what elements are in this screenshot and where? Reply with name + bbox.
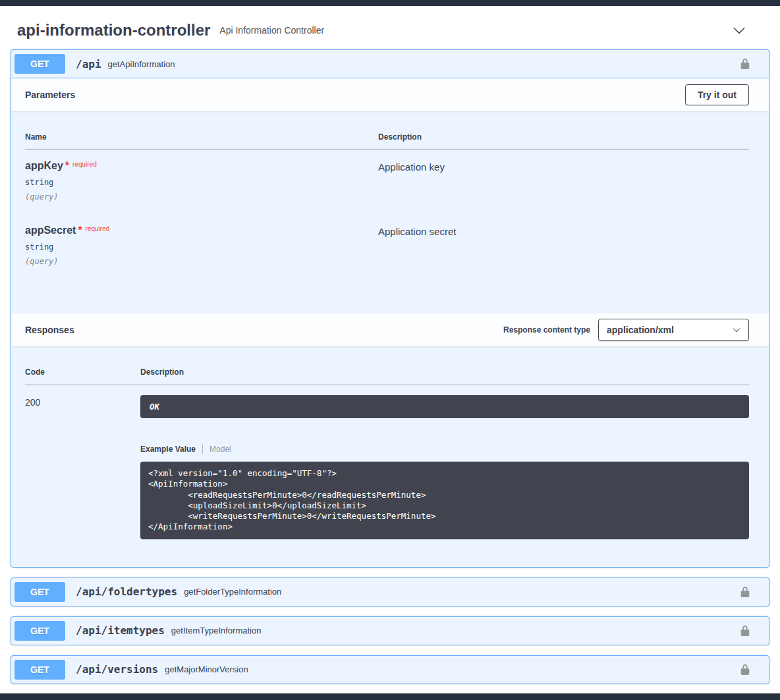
- method-badge: GET: [14, 54, 65, 74]
- responses-title: Responses: [25, 325, 74, 335]
- tag-section-header[interactable]: api-information-controller Api Informati…: [11, 6, 769, 49]
- operation-summary-get-api[interactable]: GET /api getApiInformation: [11, 50, 769, 78]
- operation-get-api-foldertypes: GET /api/foldertypes getFolderTypeInform…: [11, 578, 769, 606]
- lock-icon[interactable]: [739, 625, 751, 637]
- parameter-description: Application key: [378, 160, 749, 173]
- parameter-row: appKey*required string (query) Applicati…: [25, 150, 749, 215]
- tab-divider: [202, 444, 203, 454]
- operation-path: /api: [76, 58, 101, 70]
- parameter-location: (query): [25, 257, 378, 266]
- operation-summary-text: getFolderTypeInformation: [184, 587, 739, 597]
- tab-example-value[interactable]: Example Value: [140, 444, 196, 454]
- chevron-down-icon[interactable]: [733, 24, 746, 37]
- method-badge: GET: [14, 621, 65, 641]
- parameter-location: (query): [25, 192, 378, 202]
- operation-summary-text: getItemTypeInformation: [171, 626, 739, 635]
- response-content-type-value: application/xml: [607, 325, 674, 335]
- parameter-type: string: [25, 178, 378, 187]
- parameters-title: Parameters: [25, 90, 75, 100]
- tag-description: Api Information Controller: [219, 25, 324, 36]
- lock-icon[interactable]: [739, 664, 751, 676]
- top-bar: [0, 0, 780, 6]
- tag-name: api-information-controller: [17, 21, 210, 40]
- required-star: *: [78, 225, 82, 236]
- parameters-col-name-header: Name: [25, 124, 378, 150]
- content-wrapper: api-information-controller Api Informati…: [0, 6, 780, 684]
- parameters-table: Name Description appKey*required string …: [25, 124, 749, 279]
- operation-path: /api/itemtypes: [76, 624, 165, 637]
- response-example-block: <?xml version="1.0" encoding="UTF-8"?> <…: [140, 462, 749, 539]
- parameter-description: Application secret: [378, 225, 749, 237]
- tab-model[interactable]: Model: [209, 444, 231, 454]
- responses-table: Code Description 200 OK Example Value: [25, 360, 749, 552]
- response-code: 200: [25, 395, 140, 408]
- bottom-bar: [0, 693, 780, 700]
- lock-icon[interactable]: [739, 58, 751, 70]
- parameter-type: string: [25, 242, 378, 252]
- response-example-xml: <?xml version="1.0" encoding="UTF-8"?> <…: [148, 468, 741, 533]
- responses-section-header: Responses Response content type applicat…: [11, 313, 769, 346]
- operation-get-api-itemtypes: GET /api/itemtypes getItemTypeInformatio…: [11, 616, 769, 645]
- operation-summary-text: getMajorMinorVersion: [165, 664, 739, 674]
- chevron-down-icon: [733, 326, 740, 334]
- parameters-section-header: Parameters Try it out: [11, 78, 769, 111]
- operation-summary-versions[interactable]: GET /api/versions getMajorMinorVersion: [11, 656, 769, 684]
- operation-summary-itemtypes[interactable]: GET /api/itemtypes getItemTypeInformatio…: [11, 617, 769, 645]
- parameters-container: Name Description appKey*required string …: [11, 111, 769, 313]
- response-description-block: OK: [140, 395, 749, 418]
- response-content-type-label: Response content type: [503, 325, 590, 335]
- operation-path: /api/foldertypes: [76, 585, 177, 598]
- parameters-col-description-header: Description: [378, 124, 749, 150]
- response-content-type-select[interactable]: application/xml: [598, 319, 749, 341]
- parameter-row: appSecret*required string (query) Applic…: [25, 215, 749, 279]
- parameter-name: appKey: [25, 160, 63, 171]
- parameter-name: appSecret: [25, 225, 76, 236]
- required-star: *: [65, 160, 69, 171]
- responses-col-code-header: Code: [25, 360, 140, 385]
- operation-summary-text: getApiInformation: [108, 59, 739, 69]
- lock-icon[interactable]: [739, 586, 751, 598]
- operation-path: /api/versions: [76, 663, 158, 676]
- response-row: 200 OK Example Value Model <?xml version…: [25, 385, 749, 552]
- operation-get-api-versions: GET /api/versions getMajorMinorVersion: [11, 655, 769, 684]
- operation-get-api: GET /api getApiInformation Parameters Tr…: [11, 49, 769, 568]
- method-badge: GET: [14, 660, 65, 680]
- responses-col-description-header: Description: [140, 360, 749, 385]
- try-it-out-button[interactable]: Try it out: [685, 84, 749, 105]
- method-badge: GET: [14, 582, 65, 602]
- operation-summary-foldertypes[interactable]: GET /api/foldertypes getFolderTypeInform…: [11, 578, 769, 606]
- responses-container: Code Description 200 OK Example Value: [11, 346, 769, 567]
- required-label: required: [86, 225, 110, 232]
- response-content-type-wrap: Response content type application/xml: [503, 319, 749, 341]
- required-label: required: [72, 161, 97, 168]
- example-tabs: Example Value Model: [140, 444, 749, 454]
